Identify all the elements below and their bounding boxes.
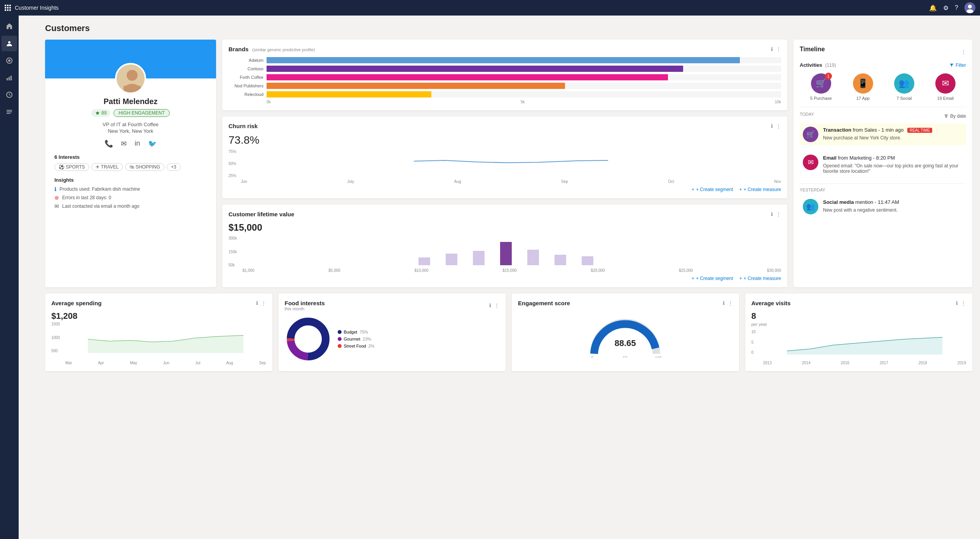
twitter-icon[interactable]: 🐦 xyxy=(148,139,157,148)
error-icon: ⊗ xyxy=(54,195,59,201)
create-segment-link[interactable]: ++ Create segment xyxy=(692,187,733,192)
insight-contact: ✉ Last contacted via email a month ago xyxy=(54,203,207,209)
bottom-row: Average spending ℹ ⋮ $1,208 15001000500 … xyxy=(45,294,972,371)
mail-icon: ✉ xyxy=(54,203,59,209)
brands-more-icon[interactable]: ⋮ xyxy=(776,46,781,52)
sidebar-item-activities[interactable] xyxy=(2,87,17,103)
activities-label: Activities xyxy=(800,62,822,68)
churn-chart-container: 75%50%25% xyxy=(228,150,781,178)
filter-button[interactable]: Filter xyxy=(949,63,966,68)
phone-icon[interactable]: 📞 xyxy=(105,139,113,148)
clv-create-segment-link[interactable]: + + Create segment xyxy=(692,276,733,281)
food-more-icon[interactable]: ⋮ xyxy=(494,303,499,308)
spending-title: Average spending xyxy=(51,300,101,306)
create-measure-link[interactable]: ++ Create measure xyxy=(739,187,781,192)
food-info-icon[interactable]: ℹ xyxy=(489,303,491,308)
clv-xlabel: $1,000$5,000$10,000$15,000$20,000$25,000… xyxy=(242,268,781,273)
visits-info-icon[interactable]: ℹ xyxy=(956,300,958,306)
clv-actions: ℹ ⋮ xyxy=(771,211,781,217)
svg-point-14 xyxy=(127,70,138,81)
timeline-more-icon[interactable]: ⋮ xyxy=(961,49,966,55)
social-tl-icon: 👥 xyxy=(803,199,818,214)
churn-more-icon[interactable]: ⋮ xyxy=(776,123,781,129)
interests-tags: ⚽ SPORTS ✈ TRAVEL 🛍 SHOPPING +3 xyxy=(54,163,207,171)
user-avatar[interactable] xyxy=(964,2,975,13)
app-icon[interactable]: 📱 xyxy=(853,73,873,94)
svg-rect-22 xyxy=(555,255,566,265)
food-donut-chart xyxy=(285,316,331,362)
social-label: 7 Social xyxy=(896,96,912,101)
profile-role: VP of IT at Fourth Coffee xyxy=(54,122,207,127)
notification-icon[interactable]: 🔔 xyxy=(929,4,937,12)
food-chart-container: Budget 75% Gourmet 23% Street Food 2% xyxy=(285,316,500,362)
clv-create-measure-link[interactable]: + + Create measure xyxy=(739,276,781,281)
bar-axis: 0k5k10k xyxy=(267,100,781,104)
clv-bar-chart xyxy=(242,236,781,267)
sidebar-item-intelligence[interactable] xyxy=(2,104,17,120)
clv-info-icon[interactable]: ℹ xyxy=(771,211,773,217)
svg-text:50: 50 xyxy=(623,356,628,358)
churn-info-icon[interactable]: ℹ xyxy=(771,123,773,129)
profile-badges: 89 HIGH ENGAGEMENT xyxy=(54,109,207,117)
visits-header: Average visits ℹ ⋮ xyxy=(752,300,966,306)
timeline-item-transaction: 🛒 Transaction from Sales - 1 min ago REA… xyxy=(800,123,966,145)
settings-icon[interactable]: ⚙ xyxy=(943,4,949,12)
spending-value: $1,208 xyxy=(51,311,266,321)
linkedin-icon[interactable]: in xyxy=(134,139,140,148)
food-title: Food interests xyxy=(285,300,325,306)
churn-xlabel: JunJulyAugSepOctNov xyxy=(241,179,781,184)
food-legend-gourmet: Gourmet 23% xyxy=(338,337,375,341)
help-icon[interactable]: ? xyxy=(955,4,958,11)
engagement-header: Engagement score ℹ ⋮ xyxy=(518,300,733,306)
spending-header: Average spending ℹ ⋮ xyxy=(51,300,266,306)
sidebar-item-segments[interactable] xyxy=(2,53,17,68)
bar-nodpublishers: Nod Publishers xyxy=(228,83,781,89)
sidebar-item-measures[interactable] xyxy=(2,70,17,85)
activity-purchase: 🛒 1 5 Purchase xyxy=(810,73,832,101)
visits-value: 8 xyxy=(752,311,966,321)
svg-text:88.65: 88.65 xyxy=(615,338,636,348)
transaction-content: Transaction from Sales - 1 min ago REAL … xyxy=(823,127,963,142)
timeline-header: Timeline ⋮ xyxy=(800,46,966,57)
clv-more-icon[interactable]: ⋮ xyxy=(776,211,781,217)
apps-icon[interactable] xyxy=(5,5,11,11)
brands-info-icon[interactable]: ℹ xyxy=(771,46,773,52)
clv-chart-container: 300k150k50k xyxy=(228,236,781,268)
email-title: Email from Marketing - 8:20 PM xyxy=(823,155,963,162)
sidebar-item-home[interactable] xyxy=(2,19,17,34)
brands-subtitle: (similar generic predictive profile) xyxy=(252,47,315,52)
tag-more[interactable]: +3 xyxy=(167,163,181,171)
sidebar-item-people[interactable] xyxy=(2,36,17,51)
churn-line-chart xyxy=(241,150,781,177)
bar-forthcoffee: Forth Coffee xyxy=(228,74,781,80)
purchase-label: 5 Purchase xyxy=(810,96,832,101)
email-tl-icon: ✉ xyxy=(803,155,818,170)
sort-button[interactable]: By date xyxy=(944,113,966,119)
clv-chart-actions: + + Create segment + + Create measure xyxy=(228,276,781,281)
tag-travel[interactable]: ✈ TRAVEL xyxy=(91,163,123,171)
visits-subtitle: per year xyxy=(752,322,966,327)
churn-actions: ℹ ⋮ xyxy=(771,123,781,129)
transaction-title: Transaction from Sales - 1 min ago REAL … xyxy=(823,127,963,134)
clv-yaxis: 300k150k50k xyxy=(228,236,237,267)
social-icon[interactable]: 👥 xyxy=(894,73,914,94)
topbar-left: Customer Insights xyxy=(5,5,59,11)
spending-more-icon[interactable]: ⋮ xyxy=(261,300,266,306)
engagement-more-icon[interactable]: ⋮ xyxy=(728,300,733,306)
top-row: Patti Melendez 89 HIGH ENGAGEMENT VP of … xyxy=(45,40,972,287)
svg-rect-20 xyxy=(500,242,512,265)
visits-more-icon[interactable]: ⋮ xyxy=(961,300,966,306)
engagement-info-icon[interactable]: ℹ xyxy=(723,300,725,306)
engagement-actions: ℹ ⋮ xyxy=(723,300,733,306)
email-icon[interactable]: ✉ xyxy=(121,139,127,148)
purchase-icon[interactable]: 🛒 1 xyxy=(811,73,831,94)
app-title: Customer Insights xyxy=(15,5,59,11)
email-act-icon[interactable]: ✉ xyxy=(935,73,956,94)
spending-info-icon[interactable]: ℹ xyxy=(256,300,258,306)
svg-rect-16 xyxy=(124,86,141,94)
tag-shopping[interactable]: 🛍 SHOPPING xyxy=(125,163,164,171)
middle-col: Brands (similar generic predictive profi… xyxy=(222,40,787,287)
visits-title: Average visits xyxy=(752,300,791,306)
tag-sports[interactable]: ⚽ SPORTS xyxy=(54,163,89,171)
bar-relecloud: Relecloud xyxy=(228,91,781,97)
